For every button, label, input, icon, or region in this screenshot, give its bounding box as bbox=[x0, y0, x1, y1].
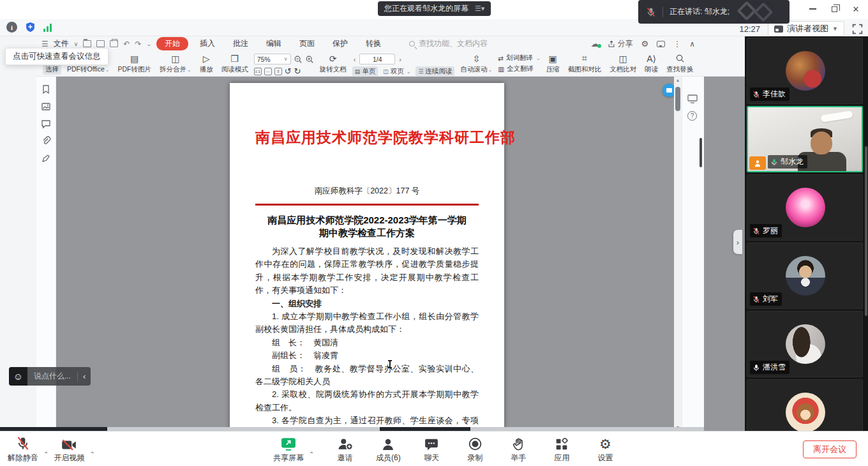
fit-width-icon[interactable]: ⇔ bbox=[264, 68, 272, 75]
tab-protect[interactable]: 保护 bbox=[326, 37, 354, 50]
attachment-icon[interactable] bbox=[41, 136, 51, 146]
banner-menu-icon[interactable]: ☰▾ bbox=[475, 4, 484, 13]
share-options-chevron[interactable]: ⌃ bbox=[308, 451, 315, 458]
members-button[interactable]: 成员(6) bbox=[374, 436, 402, 463]
fullscreen-icon[interactable] bbox=[852, 24, 863, 34]
wps-assistant-button[interactable] bbox=[662, 84, 674, 97]
auto-scroll-button[interactable]: ⇳自动滚动⌄ bbox=[458, 52, 495, 75]
rotate-doc-button[interactable]: ⟳旋转文档 bbox=[317, 52, 349, 75]
double-page-button[interactable]: ◫双页⌄ bbox=[380, 66, 413, 76]
tab-home[interactable]: 开始 bbox=[156, 37, 188, 50]
camera-options-chevron[interactable]: ⌃ bbox=[88, 451, 96, 458]
participant-tile[interactable]: 李佳歆 bbox=[747, 38, 863, 104]
play-button[interactable]: ▷播放 bbox=[197, 52, 216, 75]
save-icon[interactable] bbox=[96, 40, 105, 47]
cloud-sync-icon[interactable]: ☁ bbox=[591, 39, 599, 49]
leave-meeting-button[interactable]: 离开会议 bbox=[803, 440, 857, 458]
start-video-button[interactable]: 开启视频 bbox=[54, 436, 84, 463]
chat-input-placeholder[interactable]: 说点什么... bbox=[27, 371, 77, 382]
scroll-up-icon[interactable]: ▲ bbox=[674, 78, 682, 82]
record-icon bbox=[468, 437, 482, 451]
undo-icon[interactable]: ↶ bbox=[123, 40, 130, 49]
collapse-ribbon-icon[interactable]: ∧ bbox=[689, 40, 695, 49]
read-aloud-button[interactable]: A⟩朗读 bbox=[642, 52, 661, 75]
document-scrollbar[interactable]: ▲ ▼ bbox=[674, 77, 682, 431]
share-screen-button[interactable]: 共享屏幕 bbox=[273, 436, 304, 463]
zoom-level-dropdown[interactable]: 75%∨ bbox=[254, 54, 291, 64]
collapse-chat-icon[interactable]: ‹ bbox=[78, 372, 91, 381]
continuous-read-button[interactable]: ☰连续阅读 bbox=[415, 66, 454, 76]
screenshot-compare-button[interactable]: ⌗截图和对比 bbox=[565, 52, 604, 75]
window-controls: ✕ bbox=[804, 3, 864, 15]
tab-convert[interactable]: 转换 bbox=[359, 37, 387, 50]
page-indicator[interactable]: 1/4 bbox=[359, 54, 395, 64]
split-merge-button[interactable]: ◫拆分合并⌄ bbox=[157, 52, 194, 75]
security-shield-icon[interactable] bbox=[25, 22, 36, 33]
network-signal-icon[interactable] bbox=[43, 23, 52, 32]
participant-tile[interactable] bbox=[747, 379, 863, 431]
apps-button[interactable]: 应用 bbox=[548, 436, 576, 463]
bookmark-icon[interactable] bbox=[41, 84, 51, 94]
mic-options-chevron[interactable]: ⌃ bbox=[42, 451, 50, 458]
search-input[interactable]: 查找功能、文档内容 bbox=[409, 38, 488, 49]
zoom-out-icon[interactable] bbox=[294, 55, 303, 64]
sidebar-scrollbar-thumb[interactable] bbox=[865, 146, 867, 316]
fit-page-icon[interactable]: ⇕ bbox=[274, 68, 282, 75]
pdf-page[interactable]: 南昌应用技术师范学院教学科研工作部 南应师教科字〔2022〕177 号 南昌应用… bbox=[230, 83, 504, 431]
doc-compare-button[interactable]: ◫文档比对 bbox=[607, 52, 639, 75]
scrollbar-thumb[interactable] bbox=[675, 87, 680, 111]
single-page-button[interactable]: ▤单页 bbox=[352, 66, 378, 76]
word-translate-button[interactable]: ⇄划词翻译⌄ bbox=[498, 54, 541, 63]
pdf-viewport[interactable]: 南昌应用技术师范学院教学科研工作部 南应师教科字〔2022〕177 号 南昌应用… bbox=[56, 77, 674, 431]
settings-gear-icon[interactable]: ⚙ bbox=[641, 39, 649, 49]
minimize-button[interactable] bbox=[804, 3, 821, 15]
sidebar-collapse-handle[interactable]: › bbox=[733, 230, 742, 254]
comments-panel-icon[interactable] bbox=[41, 119, 51, 129]
signature-stamp-icon[interactable] bbox=[41, 153, 51, 163]
next-page-icon[interactable]: › bbox=[398, 56, 403, 63]
rotate-left-icon[interactable]: ↺ bbox=[285, 66, 292, 76]
restore-button[interactable] bbox=[826, 3, 842, 15]
hamburger-icon[interactable]: ☰ bbox=[41, 40, 49, 49]
tab-edit[interactable]: 编辑 bbox=[260, 37, 288, 50]
invite-button[interactable]: 邀请 bbox=[331, 436, 359, 463]
read-mode-button[interactable]: ❒阅读模式 bbox=[219, 52, 251, 75]
emoji-icon[interactable]: ☺ bbox=[9, 367, 27, 386]
help-icon[interactable]: ? bbox=[687, 111, 697, 121]
mic-muted-icon bbox=[646, 7, 656, 17]
tab-page[interactable]: 页面 bbox=[293, 37, 321, 50]
unmute-button[interactable]: 解除静音 bbox=[8, 436, 38, 463]
panel-toggle-icon[interactable] bbox=[687, 94, 698, 103]
chat-button[interactable]: 聊天 bbox=[417, 436, 445, 463]
zoom-in-icon[interactable] bbox=[305, 55, 314, 64]
full-translate-button[interactable]: ▥全文翻译 bbox=[498, 64, 541, 73]
compress-button[interactable]: ▣压缩 bbox=[544, 52, 562, 75]
tab-comment[interactable]: 批注 bbox=[227, 37, 255, 50]
actual-size-icon[interactable]: 1:1 bbox=[254, 68, 262, 75]
prev-page-icon[interactable]: ‹ bbox=[352, 56, 357, 63]
rotate-right-icon[interactable]: ↻ bbox=[294, 66, 301, 76]
participant-tile[interactable]: 罗丽 bbox=[747, 174, 863, 241]
participant-tile[interactable]: 潘洪雪 bbox=[747, 311, 863, 377]
participant-tile-active-speaker[interactable]: 邹水龙 bbox=[747, 106, 863, 172]
share-button[interactable]: 分享 bbox=[608, 38, 633, 49]
find-replace-button[interactable]: 查找替换 bbox=[664, 52, 696, 75]
image-panel-icon[interactable] bbox=[41, 101, 51, 112]
settings-button[interactable]: ⚙ 设置 bbox=[591, 436, 619, 463]
pdf-to-image-button[interactable]: ▤PDF转图片 bbox=[115, 52, 154, 75]
tab-insert[interactable]: 插入 bbox=[193, 37, 221, 50]
raise-hand-button[interactable]: 举手 bbox=[504, 436, 532, 463]
scroll-position-indicator[interactable] bbox=[700, 138, 702, 167]
record-button[interactable]: 录制 bbox=[461, 436, 489, 463]
more-options-icon[interactable]: ⋮ bbox=[673, 40, 681, 49]
quick-chat-bar[interactable]: ☺ 说点什么... ‹ bbox=[9, 367, 91, 386]
customize-toolbar-icon[interactable]: ⌄ bbox=[146, 41, 151, 47]
meeting-info-icon[interactable]: i bbox=[6, 22, 17, 33]
open-file-icon[interactable] bbox=[83, 40, 91, 47]
print-icon[interactable] bbox=[110, 40, 118, 47]
redo-icon[interactable]: ↷ bbox=[135, 40, 141, 49]
watching-banner[interactable]: 您正在观看邹水龙的屏幕 ☰▾ bbox=[378, 1, 491, 16]
close-button[interactable]: ✕ bbox=[848, 3, 864, 15]
participant-tile[interactable]: 刘军 bbox=[747, 243, 863, 309]
comment-bubble-icon[interactable] bbox=[657, 41, 665, 47]
